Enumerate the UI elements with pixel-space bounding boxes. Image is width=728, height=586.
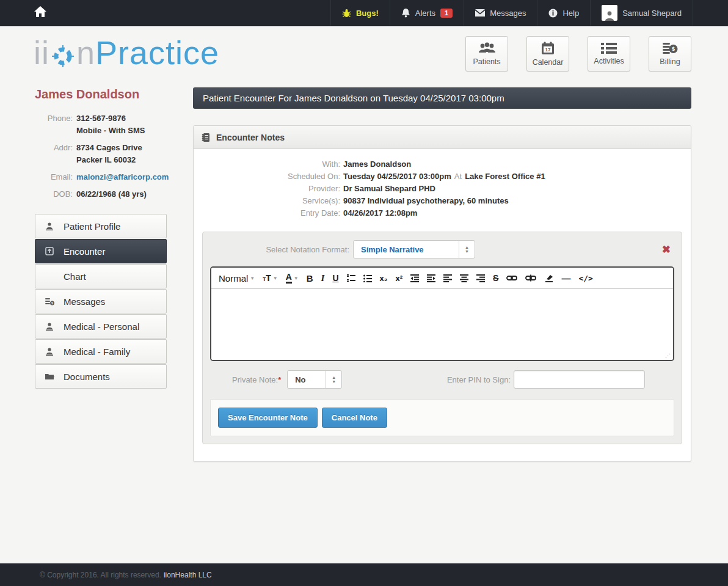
required-asterisk: * [278, 375, 281, 384]
addr-line1: 8734 Cages Drive [76, 142, 142, 154]
sidebar-item-chart[interactable]: Chart [35, 264, 167, 288]
pin-input[interactable] [514, 370, 645, 389]
link-button[interactable] [506, 275, 517, 281]
ordered-list-button[interactable] [347, 274, 355, 282]
topbar-menu: Bugs! Alerts 1 Messages Help [330, 0, 693, 26]
sidebar-item-encounter[interactable]: Encounter [35, 239, 167, 263]
cancel-note-button[interactable]: Cancel Note [322, 408, 387, 428]
billing-button[interactable]: $ Billing [649, 36, 691, 71]
sidebar-nav: Patient Profile Encounter Chart $ Messag… [35, 214, 167, 389]
align-center-button[interactable] [460, 274, 468, 282]
logo-text-gray-2: n [76, 34, 95, 71]
app-logo[interactable]: ii n Practice [34, 34, 219, 71]
svg-text:$: $ [51, 301, 53, 305]
subscript-button[interactable]: x₂ [380, 274, 388, 283]
scheduled-label: Scheduled On: [194, 170, 340, 183]
pin-group: Enter PIN to Sign: [447, 370, 645, 389]
addr-line2: Packer IL 60032 [76, 154, 142, 166]
detail-row-provider: Provider: Dr Samual Shepard PHD [194, 183, 691, 195]
topbar-item-help[interactable]: Help [537, 0, 590, 26]
header-row: ii n Practice Patients 17 Calendar [0, 26, 728, 87]
patients-icon [478, 42, 496, 55]
services-value: 90837 Individual psychotherapy, 60 minut… [343, 195, 509, 207]
with-value: James Donaldson [343, 158, 411, 170]
activities-button[interactable]: Activities [588, 36, 630, 71]
patients-button[interactable]: Patients [465, 36, 508, 71]
billing-icon: $ [662, 42, 678, 55]
topbar: Bugs! Alerts 1 Messages Help [0, 0, 728, 26]
home-icon [34, 5, 47, 20]
quick-nav: Patients 17 Calendar Activities $ Billin… [465, 36, 691, 71]
indent-button[interactable] [427, 274, 435, 282]
close-note-button[interactable]: ✖ [662, 243, 671, 256]
pin-label: Enter PIN to Sign: [447, 375, 511, 384]
sidebar-item-label: Documents [64, 372, 110, 382]
sidebar-item-documents[interactable]: Documents [35, 364, 167, 389]
detail-row-scheduled: Scheduled On: Tuesday 04/25/2017 03:00pm… [194, 170, 691, 183]
calendar-button[interactable]: 17 Calendar [526, 36, 569, 71]
quick-btn-label: Activities [594, 57, 624, 65]
email-link[interactable]: malonzi@affaricorp.com [76, 171, 169, 183]
patient-addr-row: Addr: 8734 Cages Drive Packer IL 60032 [35, 142, 167, 166]
calendar-icon: 17 [541, 41, 555, 56]
spinner-arrows-icon[interactable]: ▲▼ [459, 241, 475, 258]
topbar-item-user[interactable]: Samual Shepard [590, 0, 693, 26]
private-note-label: Private Note:* [232, 375, 283, 384]
provider-label: Provider: [194, 183, 340, 195]
logo-text-blue: Practice [95, 34, 219, 71]
company-name: iionHealth LLC [164, 571, 212, 579]
align-right-button[interactable] [476, 274, 485, 282]
location-value: Lake Forest Office #1 [465, 170, 545, 183]
at-word: At [454, 170, 462, 183]
unlink-button[interactable] [525, 274, 536, 282]
topbar-item-messages[interactable]: Messages [464, 0, 537, 26]
resize-grip[interactable]: ⋰ [665, 353, 671, 359]
sidebar-item-patient-profile[interactable]: Patient Profile [35, 214, 167, 238]
superscript-button[interactable]: x² [396, 274, 403, 283]
sidebar-item-medical-personal[interactable]: Medical - Personal [35, 314, 167, 339]
detail-row-services: Service(s): 90837 Individual psychothera… [194, 195, 691, 207]
bold-button[interactable]: B [307, 273, 313, 284]
logo-target-icon [51, 43, 75, 67]
italic-button[interactable]: I [321, 273, 325, 284]
detail-row-with: With: James Donaldson [194, 158, 691, 170]
remove-format-button[interactable] [544, 274, 553, 282]
encounter-notes-panel: Encounter Notes With: James Donaldson Sc… [193, 125, 691, 462]
spinner-arrows-icon[interactable]: ▲▼ [326, 371, 341, 388]
notation-format-value: Simple Narrative [354, 241, 459, 258]
underline-button[interactable]: U [332, 273, 338, 283]
topbar-item-label: Alerts [415, 9, 435, 18]
sidebar-item-label: Messages [64, 296, 105, 307]
code-view-button[interactable]: </> [578, 274, 592, 283]
private-note-select[interactable]: No ▲▼ [287, 370, 342, 389]
patient-profile-icon [45, 222, 54, 230]
style-dropdown[interactable]: Normal▼ [219, 273, 255, 284]
note-text-area[interactable]: ⋰ [211, 289, 673, 360]
sidebar-item-messages[interactable]: $ Messages [35, 289, 167, 313]
horizontal-rule-button[interactable]: — [561, 273, 570, 284]
outdent-button[interactable] [410, 274, 419, 282]
services-label: Service(s): [194, 195, 340, 207]
chevron-down-icon: ▼ [273, 276, 278, 281]
topbar-item-bugs[interactable]: Bugs! [330, 0, 390, 26]
svg-text:$: $ [672, 46, 675, 52]
notation-format-select[interactable]: Simple Narrative ▲▼ [353, 240, 475, 258]
unordered-list-button[interactable] [363, 274, 372, 282]
topbar-item-alerts[interactable]: Alerts 1 [390, 0, 464, 26]
alerts-badge: 1 [440, 9, 453, 18]
panel-title: Encounter Notes [216, 133, 285, 142]
strikethrough-button[interactable]: S [493, 273, 498, 283]
font-size-button[interactable]: тT▼ [263, 273, 277, 283]
align-left-button[interactable] [443, 274, 452, 282]
font-color-button[interactable]: A▼ [286, 273, 299, 284]
phone-label: Phone: [35, 112, 73, 137]
sidebar-item-medical-family[interactable]: Medical - Family [35, 339, 167, 364]
chevron-down-icon: ▼ [250, 276, 255, 281]
notation-row: Select Notation Format: Simple Narrative… [210, 240, 674, 259]
user-avatar [602, 5, 617, 21]
patient-dob-row: DOB: 06/22/1968 (48 yrs) [35, 188, 167, 200]
home-button[interactable] [34, 0, 47, 26]
save-encounter-note-button[interactable]: Save Encounter Note [218, 408, 318, 428]
patient-phone-row: Phone: 312-567-9876 Mobile - With SMS [35, 112, 167, 137]
phone-type: Mobile - With SMS [76, 125, 145, 137]
